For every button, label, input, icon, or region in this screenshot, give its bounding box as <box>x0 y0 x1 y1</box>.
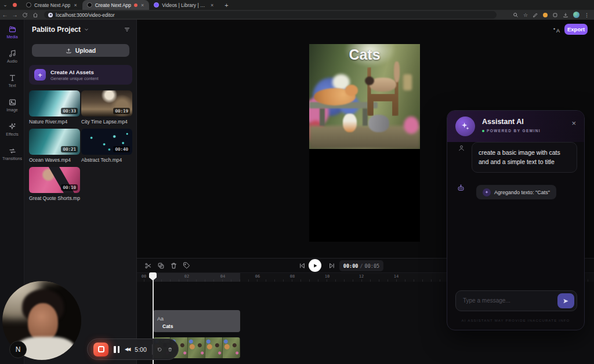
media-item-nature-river[interactable]: 00:33 Nature River.mp4 <box>29 90 80 125</box>
tag-icon[interactable] <box>183 262 190 270</box>
media-item-great-quote-shorts[interactable]: 00:10 Great Quote Shorts.mp4 <box>29 167 80 201</box>
tab-close-icon[interactable]: × <box>210 2 214 8</box>
text-clip-cats[interactable]: Aa Cats <box>153 310 240 332</box>
pen-extension-icon[interactable] <box>533 12 538 18</box>
rail-label: Media <box>6 35 17 39</box>
delete-recording-icon[interactable] <box>168 345 172 354</box>
scene-ground <box>309 126 420 149</box>
project-name[interactable]: Pablito Project <box>32 26 81 34</box>
tab-close-icon[interactable]: × <box>140 2 144 8</box>
action-chip-text: Agregando texto: "Cats" <box>494 190 550 195</box>
sidebar-item-audio[interactable]: Audio <box>0 44 24 68</box>
preview-canvas[interactable]: Cats <box>309 44 420 242</box>
avatar-badge[interactable]: N <box>9 341 27 358</box>
preview-title-text[interactable]: Cats <box>309 46 420 63</box>
message-input[interactable]: Type a message... <box>455 290 577 311</box>
reload-icon[interactable] <box>22 12 28 18</box>
sidebar-item-image[interactable]: Image <box>0 93 24 117</box>
ruler-label: 00 <box>139 274 148 279</box>
current-time: 00:00 <box>343 263 358 269</box>
file-name: Abstract Tech.mp4 <box>81 157 132 163</box>
browser-toolbar: ← → localhost:3000/video-editor ☆ ⋮ <box>0 10 594 20</box>
sparkles-icon <box>461 122 470 131</box>
url-text: localhost:3000/video-editor <box>56 12 115 18</box>
stop-icon <box>98 346 104 352</box>
close-icon[interactable]: × <box>571 119 576 128</box>
video-thumbnail[interactable]: 00:10 <box>29 167 80 193</box>
total-time: 00:05 <box>365 263 380 269</box>
assistant-disclaimer: AI ASSISTANT MAY PROVIDE INACCURATE INFO <box>447 319 584 322</box>
back-icon[interactable]: ← <box>0 12 10 18</box>
scene-flowers-pink <box>404 117 419 134</box>
new-tab-button[interactable]: + <box>224 2 228 9</box>
create-ai-assets-card[interactable]: + Create AI Assets Generate unique conte… <box>29 65 132 85</box>
url-bar[interactable]: localhost:3000/video-editor <box>44 11 497 19</box>
delete-icon[interactable] <box>170 262 178 270</box>
text-clip-label: Cats <box>162 323 236 329</box>
file-name: Great Quote Shorts.mp4 <box>29 195 80 201</box>
bookmark-star-icon[interactable]: ☆ <box>523 12 528 18</box>
video-thumbnail[interactable]: 00:19 <box>81 90 132 117</box>
tab-loom-library[interactable]: Videos | Library | Loom × <box>149 0 219 10</box>
assistant-avatar <box>455 117 475 136</box>
video-thumbnail[interactable]: 00:40 <box>81 129 132 155</box>
duration-badge: 00:40 <box>113 146 130 152</box>
file-name: City Time Lapse.mp4 <box>81 119 132 125</box>
sidebar-item-transitions[interactable]: Transitions <box>0 141 24 166</box>
filter-icon[interactable] <box>124 26 131 33</box>
pause-button[interactable] <box>114 346 119 353</box>
ruler-label: 06 <box>253 274 262 279</box>
send-button[interactable] <box>557 293 574 308</box>
clip-frame <box>188 337 205 358</box>
rail-label: Image <box>6 108 17 112</box>
sidebar-item-media[interactable]: Media <box>0 20 24 44</box>
video-thumbnail[interactable]: 00:33 <box>29 90 80 117</box>
export-button[interactable]: Export <box>564 24 588 35</box>
plus-icon: + <box>34 69 46 81</box>
scene-kitten-gray <box>368 115 389 132</box>
restart-recording-icon[interactable] <box>157 345 162 354</box>
extension-orange-icon[interactable] <box>543 13 548 17</box>
home-icon[interactable] <box>32 12 38 18</box>
user-icon <box>458 144 465 152</box>
tab-create-next-app-1[interactable]: Create Next App × <box>21 0 82 10</box>
ruler-label: 02 <box>182 274 191 279</box>
rail-label: Text <box>9 83 16 88</box>
duration-badge: 00:21 <box>61 146 78 152</box>
cut-icon[interactable] <box>144 262 152 270</box>
sidebar-item-effects[interactable]: Effects <box>0 117 24 141</box>
media-item-abstract-tech[interactable]: 00:40 Abstract Tech.mp4 <box>81 129 132 163</box>
duplicate-icon[interactable] <box>157 262 165 270</box>
skip-back-icon[interactable] <box>298 262 306 270</box>
skip-forward-icon[interactable] <box>328 262 336 270</box>
ruler-label: 08 <box>288 274 297 279</box>
sidebar-item-text[interactable]: Text <box>0 68 24 93</box>
send-icon <box>563 298 569 304</box>
forward-icon[interactable]: → <box>10 12 20 18</box>
stop-recording-button[interactable] <box>93 343 108 356</box>
media-item-ocean-waves[interactable]: 00:21 Ocean Waves.mp4 <box>29 129 80 163</box>
chevron-down-icon[interactable] <box>84 27 89 32</box>
tab-search-caret-icon[interactable]: ⌄ <box>0 0 10 10</box>
site-info-icon[interactable] <box>48 13 53 17</box>
user-message: create a basic image with cats and and a… <box>472 142 577 173</box>
ai-card-subtitle: Generate unique content <box>50 76 99 81</box>
tab-close-icon[interactable]: × <box>73 2 77 8</box>
extensions-puzzle-icon[interactable] <box>552 12 558 18</box>
download-icon[interactable] <box>563 12 568 18</box>
ruler-label: 14 <box>392 274 401 279</box>
scene-kitten-orange <box>343 114 357 132</box>
transitions-icon <box>8 147 17 155</box>
upload-button[interactable]: Upload <box>32 44 129 57</box>
rewind-icon[interactable]: ◀◀ <box>125 347 129 352</box>
translate-icon[interactable]: ✦A <box>553 27 560 34</box>
video-thumbnail[interactable]: 00:21 <box>29 129 80 155</box>
media-item-city-time-lapse[interactable]: 00:19 City Time Lapse.mp4 <box>81 90 132 125</box>
profile-avatar[interactable] <box>573 12 579 18</box>
rail-label: Effects <box>6 132 18 136</box>
play-button[interactable] <box>309 259 321 272</box>
tab-create-next-app-2-active[interactable]: Create Next App × <box>82 0 150 10</box>
search-icon[interactable] <box>513 12 519 18</box>
kebab-menu-icon[interactable]: ⋮ <box>584 12 589 18</box>
screen: ⌄ Create Next App × Create Next App × Vi… <box>0 0 594 364</box>
